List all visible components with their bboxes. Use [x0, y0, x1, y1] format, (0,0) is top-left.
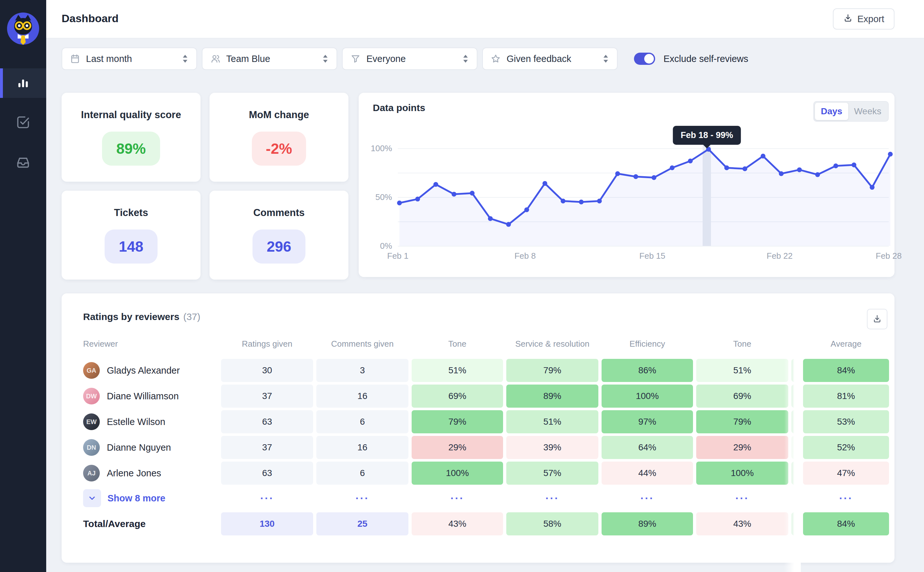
column-header-reviewer: Reviewer	[83, 339, 218, 358]
export-label: Export	[857, 14, 884, 24]
reviewer-name: Gladys Alexander	[107, 365, 180, 376]
sidebar-item-analytics[interactable]	[0, 68, 46, 98]
rating-cell: 29%	[696, 435, 788, 460]
ellipsis-indicator: ···	[221, 486, 313, 510]
updown-chevrons-icon	[322, 54, 329, 63]
rating-cell: 44%	[602, 460, 693, 486]
total-value	[792, 512, 800, 535]
chart-tooltip: Feb 18 - 99%	[673, 126, 741, 145]
reviewer-name: Dianne Nguyen	[107, 442, 171, 453]
cell-value: 64%	[602, 436, 693, 459]
rating-cell: 51%	[506, 409, 598, 435]
show-more-button[interactable]: Show 8 more	[83, 486, 218, 510]
total-cell: 130	[221, 510, 313, 537]
rating-cell: 3	[316, 358, 408, 383]
filter-label: Team Blue	[226, 54, 316, 64]
x-axis-label: Feb 15	[630, 251, 675, 261]
rating-cell: 47%	[803, 460, 889, 486]
cell-value: 47%	[803, 462, 889, 485]
cell-value: 44%	[602, 462, 693, 485]
x-axis-label: Feb 8	[503, 251, 548, 261]
avatar: DN	[83, 439, 100, 456]
rating-cell: 16	[316, 383, 408, 409]
cell-value: 16	[316, 384, 408, 408]
users-icon	[210, 54, 220, 64]
cell-value: 29%	[412, 436, 503, 459]
cell-value	[792, 462, 800, 485]
filter-icon	[350, 54, 361, 64]
total-row-label: Total/Average	[83, 510, 218, 537]
clipped-cell	[792, 409, 800, 435]
view-toggle-days[interactable]: Days	[815, 103, 848, 120]
stat-value-badge: -2%	[252, 132, 306, 166]
rating-cell: 86%	[602, 358, 693, 383]
ellipsis-indicator: ···	[803, 486, 889, 510]
total-cell	[792, 510, 800, 537]
chart-view-segmented-control: DaysWeeks	[813, 101, 889, 122]
cell-value: 6	[316, 410, 408, 433]
chart-line-series	[396, 145, 893, 250]
export-button[interactable]: Export	[833, 8, 895, 30]
filter-select-given-feedback[interactable]: Given feedback	[482, 48, 618, 70]
download-icon	[843, 13, 853, 25]
clipped-cell	[792, 435, 800, 460]
total-value: 130	[221, 512, 313, 535]
view-toggle-weeks[interactable]: Weeks	[848, 103, 887, 120]
table-row-reviewer: DNDianne Nguyen	[83, 435, 218, 460]
star-icon	[491, 54, 501, 64]
cell-value: 79%	[506, 359, 598, 382]
cell-value	[792, 384, 800, 408]
cell-value: 100%	[602, 384, 693, 408]
total-value: 58%	[506, 512, 598, 535]
reviewer-name: Arlene Jones	[107, 468, 161, 479]
cell-value: 30	[221, 359, 313, 382]
column-header-clipped	[792, 339, 800, 358]
dashboard-app: Dashboard Export Last monthTeam BlueEver…	[0, 0, 924, 572]
avatar: DW	[83, 388, 100, 404]
column-header: Comments given	[316, 339, 408, 358]
table-row-reviewer: AJArlene Jones	[83, 460, 218, 486]
rating-cell: 52%	[803, 435, 889, 460]
rating-cell: 29%	[412, 435, 503, 460]
data-points-card: Data points DaysWeeks 100%50%0%Feb 1Feb …	[359, 93, 895, 277]
cell-value: 79%	[412, 410, 503, 433]
column-header: Service & resolution	[506, 339, 598, 358]
cell-value: 3	[316, 359, 408, 382]
toggle-knob	[644, 54, 654, 64]
reviewer-name: Estelle Wilson	[107, 417, 165, 427]
exclude-self-reviews-toggle[interactable]: Exclude self-reviews	[634, 53, 748, 65]
cell-value: 51%	[696, 359, 788, 382]
table-download-button[interactable]	[867, 309, 887, 330]
rating-cell: 63	[221, 409, 313, 435]
stat-card-tickets: Tickets148	[62, 191, 200, 280]
toggle-switch[interactable]	[634, 53, 655, 65]
rating-cell: 69%	[696, 383, 788, 409]
cell-value: 6	[316, 462, 408, 485]
ellipsis-indicator: ···	[602, 486, 693, 510]
filter-select-everyone[interactable]: Everyone	[342, 48, 478, 70]
y-axis-label: 0%	[366, 241, 392, 251]
column-header-average: Average	[803, 339, 889, 358]
sidebar-item-reviews[interactable]	[0, 108, 46, 138]
sidebar-item-inbox[interactable]	[0, 148, 46, 178]
rating-cell: 100%	[412, 460, 503, 486]
cell-value: 63	[221, 410, 313, 433]
cell-value: 51%	[506, 410, 598, 433]
x-axis-label: Feb 28	[866, 251, 911, 261]
ellipsis-indicator: ···	[412, 486, 503, 510]
stat-card-mom-change: MoM change-2%	[209, 93, 349, 182]
total-cell: 25	[316, 510, 408, 537]
avatar: AJ	[83, 465, 100, 482]
stat-title: Internal quality score	[81, 109, 181, 121]
cell-value: 37	[221, 436, 313, 459]
filter-select-team-blue[interactable]: Team Blue	[202, 48, 337, 70]
cell-value	[792, 436, 800, 459]
chevron-down-icon	[83, 489, 101, 507]
rating-cell: 100%	[696, 460, 788, 486]
stat-value-badge: 148	[105, 230, 158, 264]
filter-label: Everyone	[366, 54, 456, 64]
filter-select-last-month[interactable]: Last month	[62, 48, 197, 70]
filter-label: Last month	[86, 54, 176, 64]
cell-value: 84%	[803, 359, 889, 382]
rating-cell: 79%	[506, 358, 598, 383]
